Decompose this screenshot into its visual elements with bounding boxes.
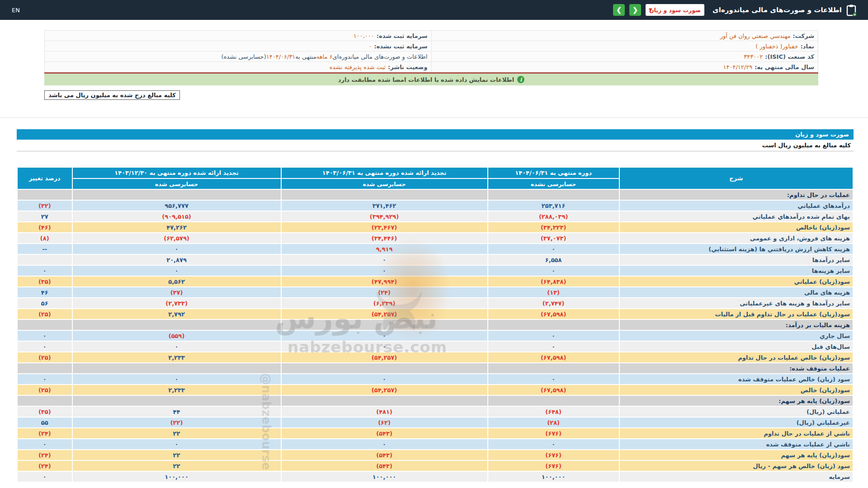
cell-v2: (۶۲) <box>281 417 488 428</box>
signed-data-banner-text: اطلاعات نمایش داده شده با اطلاعات امضا ش… <box>338 76 514 83</box>
cell-v3: ۲۰,۸۷۹ <box>72 254 281 265</box>
cell-chg: (۲۵) <box>17 309 72 319</box>
profit-loss-statement: صورت سود و زیان کلیه مبالغ به میلیون ریا… <box>17 129 854 483</box>
cell-v2: (۶,۲۳۹) <box>281 298 488 309</box>
statement-type-dropdown[interactable]: صورت سود و زیان ▼ <box>646 4 704 16</box>
cell-chg: ۴۶ <box>17 287 72 298</box>
cell-v3: (۳۷) <box>72 287 281 298</box>
cell-v1: (۶۷۶) <box>488 428 619 439</box>
cell-v3: ۲,۲۳۳ <box>72 385 281 395</box>
statement-row: ناشي از عملیات در حال تداوم(۶۷۶)(۵۴۳)۲۲(… <box>17 428 853 439</box>
cell-v3: ۲۲ <box>72 428 281 439</box>
cell-chg: (۲۴) <box>17 450 72 460</box>
header-current-period: دوره منتهی به ۱۴۰۴/۰۶/۳۱ <box>488 167 619 178</box>
cell-v1: ۰ <box>488 265 619 276</box>
symbol-cell: نماد: خفناور( ذخفناور ) <box>431 41 818 51</box>
cell-desc: سود(زیان) عملیات در حال تداوم قبل از مال… <box>619 309 853 319</box>
cell-v1: ۲۵۳,۷۱۶ <box>488 200 619 211</box>
registered-capital-cell: سرمایه ثبت شده: ۱۰۰,۰۰۰ <box>45 31 431 41</box>
period-text: اطلاعات و صورت‌های مالی میاندوره‌ای <box>333 53 428 60</box>
statement-row: سایر درآمدها۶,۵۵۸۰۲۰,۸۷۹ <box>17 254 853 265</box>
chevron-down-icon: ▼ <box>649 7 652 12</box>
section-row: هزینه مالیات بر درآمد: <box>17 319 853 330</box>
statement-row: سایر درآمدها و هزینه های غیرعملیاتی(۲,۷۴… <box>17 298 853 309</box>
cell-v2: (۲۳,۴۶۷) <box>281 222 488 233</box>
statement-table: شرح دوره منتهی به ۱۴۰۴/۰۶/۳۱ تجدید ارائه… <box>17 167 854 483</box>
cell-v2: ۰ <box>281 254 488 265</box>
cell-chg <box>17 363 72 374</box>
statement-row: هزینه های فروش، اداری و عمومی(۳۷,۰۷۳)(۳۴… <box>17 233 853 244</box>
registered-capital-value: ۱۰۰,۰۰۰ <box>354 33 374 39</box>
cell-chg: (۳۲) <box>17 200 72 211</box>
cell-desc: غیرعملیاتي (ریال) <box>619 417 853 428</box>
cell-v1: ۰ <box>488 244 619 254</box>
symbol-label: نماد: <box>801 43 814 50</box>
cell-v2: (۳۴,۴۴۶) <box>281 233 488 244</box>
cell-desc: هزینه کاهش ارزش دریافتني ها (هزینه استثن… <box>619 244 853 254</box>
unregistered-capital-value: ۰ <box>368 43 372 50</box>
cell-v2: (۵۴,۲۵۷) <box>281 385 488 395</box>
cell-v1: (۲۸۸,۰۳۹) <box>488 211 619 222</box>
next-statement-button[interactable]: ❯ <box>613 4 625 16</box>
cell-v1: (۶۷,۵۹۸) <box>488 309 619 319</box>
header-desc: شرح <box>619 167 853 189</box>
cell-chg: ۰ <box>17 471 72 482</box>
cell-desc: بهای تمام شده درآمدهاي عملیاتي <box>619 211 853 222</box>
company-label: شرکت: <box>793 33 814 39</box>
cell-chg <box>17 319 72 330</box>
cell-desc: عملیات در حال تداوم: <box>619 189 853 200</box>
cell-v2: (۴۸۱) <box>281 406 488 417</box>
cell-v1: (۶۷,۵۹۸) <box>488 385 619 395</box>
period-text: منتهی به <box>295 53 316 60</box>
cell-v2 <box>281 319 488 330</box>
cell-chg: ۵۵ <box>17 417 72 428</box>
cell-chg: (۸) <box>17 233 72 244</box>
cell-v2: ۰ <box>281 374 488 385</box>
dropdown-selected-value: صورت سود و زیان <box>649 7 701 14</box>
company-info-table: شرکت: مهندسي صنعتي روان فن آور سرمایه ثب… <box>44 30 818 72</box>
period-cell: اطلاعات و صورت‌های مالی میاندوره‌ای ۶ ما… <box>45 52 431 61</box>
subheader-audited: حسابرسی شده <box>281 178 488 189</box>
section-row: عملیات در حال تداوم: <box>17 189 853 200</box>
cell-desc: هزینه مالیات بر درآمد: <box>619 319 853 330</box>
cell-v1: (۶۴,۸۳۸) <box>488 276 619 287</box>
cell-v3: ۴۴ <box>72 406 281 417</box>
cell-v3: ۰ <box>72 265 281 276</box>
section-row: عملیات متوقف شده: <box>17 363 853 374</box>
cell-chg: (۲۴) <box>17 428 72 439</box>
cell-chg: (۲۴) <box>17 460 72 471</box>
cell-chg: ۰ <box>17 341 72 352</box>
cell-chg <box>17 395 72 406</box>
cell-desc: ناشي از عملیات متوقف شده <box>619 439 853 450</box>
cell-v2: ۰ <box>281 330 488 341</box>
statement-row: سال‌هاي قبل۰۰۰۰ <box>17 341 853 352</box>
statement-row: سود(زیان) عملیاتي(۶۴,۸۳۸)(۴۷,۹۹۴)۵,۵۶۲(۳… <box>17 276 853 287</box>
cell-chg <box>17 189 72 200</box>
cell-v1: ۰ <box>488 330 619 341</box>
cell-desc: سال جاري <box>619 330 853 341</box>
cell-desc: سود(زیان) عملیاتي <box>619 276 853 287</box>
amounts-unit-box: کلیه مبالغ درج شده به میلیون ریال می باش… <box>44 90 180 100</box>
cell-v1: (۶۷۶) <box>488 460 619 471</box>
publisher-status-cell: وضعیت ناشر: ثبت شده پذیرفته نشده <box>45 62 431 72</box>
info-row: سال مالی منتهی به: ۱۴۰۴/۱۲/۲۹ وضعیت ناشر… <box>45 62 818 72</box>
cell-desc: سود(زیان) پایه هر سهم <box>619 450 853 460</box>
cell-v1: ۰ <box>488 439 619 450</box>
cell-chg: (۴۶) <box>17 222 72 233</box>
clipboard-icon <box>846 4 856 16</box>
cell-v3 <box>72 395 281 406</box>
cell-v3: ۲۲ <box>72 450 281 460</box>
subheader-audited: حسابرسی شده <box>72 178 281 189</box>
cell-chg: ۰ <box>17 265 72 276</box>
fiscal-year-cell: سال مالی منتهی به: ۱۴۰۴/۱۲/۲۹ <box>431 62 818 72</box>
cell-v1: (۶۴۸) <box>488 406 619 417</box>
cell-v3: (۲,۷۳۳) <box>72 298 281 309</box>
registered-capital-label: سرمایه ثبت شده: <box>377 33 428 39</box>
language-toggle-en[interactable]: EN <box>12 7 20 14</box>
cell-v2: ۳۷۱,۴۶۲ <box>281 200 488 211</box>
cell-v2: ۱۰۰,۰۰۰ <box>281 471 488 482</box>
cell-v1: (۶۷۶) <box>488 450 619 460</box>
cell-desc: سایر هزینه‌ها <box>619 265 853 276</box>
topbar: اطلاعات و صورت‌های مالی میاندوره‌ای صورت… <box>0 0 868 20</box>
previous-statement-button[interactable]: ❮ <box>629 4 641 16</box>
